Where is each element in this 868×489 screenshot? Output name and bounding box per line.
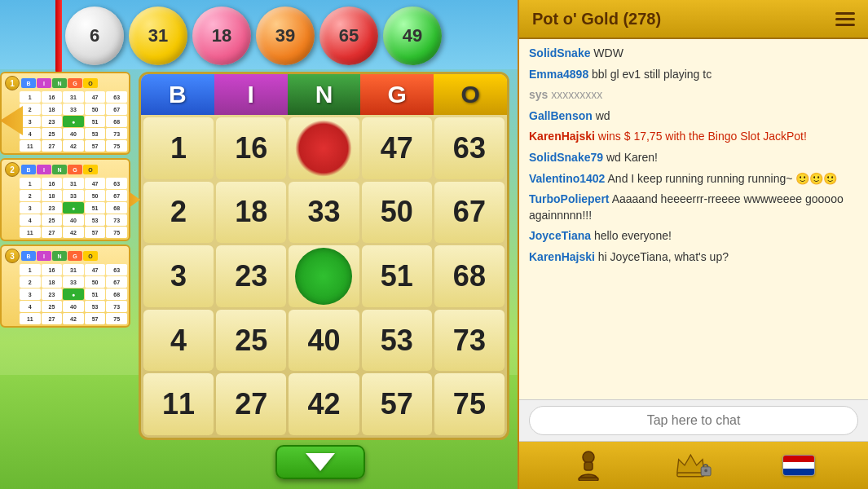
mini-grid-3: 116314763 218335067 323●5168 425405373 1… xyxy=(20,264,127,324)
crown-lock-icon xyxy=(676,451,712,480)
bingo-cell-5-4: 57 xyxy=(362,373,432,435)
bingo-cell-4-3: 40 xyxy=(289,310,359,372)
message-karenhajski-reply: KarenHajski hi JoyceTiana, what's up? xyxy=(529,249,858,266)
bingo-cell-2-3: 33 xyxy=(289,182,359,244)
bingo-header-g: G xyxy=(360,74,434,115)
message-valentino1402: Valentino1402 And I keep running running… xyxy=(529,171,858,187)
bingo-cell-4-5: 73 xyxy=(434,310,504,372)
bingo-cell-2-5: 67 xyxy=(434,182,504,244)
bingo-cell-1-5: 63 xyxy=(434,117,504,179)
bingo-cell-5-1: 11 xyxy=(143,373,214,435)
chat-title: Pot o' Gold (278) xyxy=(532,10,661,29)
mini-o: O xyxy=(83,78,98,88)
ball-6: 6 xyxy=(65,7,124,65)
bingo-cell-3-5: 68 xyxy=(434,245,504,307)
bingo-cell-4-1: 4 xyxy=(143,310,214,372)
bingo-cell-3-2: 23 xyxy=(216,245,286,307)
scroll-down-button[interactable] xyxy=(275,445,365,479)
menu-button[interactable] xyxy=(835,12,855,26)
flag-red-stripe xyxy=(783,456,814,462)
flag-blue-stripe xyxy=(783,469,814,475)
mini-grid-2: 116314763 218335067 323●5168 425405373 1… xyxy=(20,178,127,238)
bingo-header-o: O xyxy=(434,74,507,115)
pawn-button[interactable] xyxy=(571,447,606,483)
mini-card-1-num: 1 xyxy=(5,76,20,90)
bingo-cell-2-1: 2 xyxy=(143,182,214,244)
message-joycetiana: JoyceTiana hello everyone! xyxy=(529,228,858,244)
bingo-cell-4-4: 53 xyxy=(362,310,432,372)
bingo-cell-5-3: 42 xyxy=(289,373,359,435)
mini-n: N xyxy=(52,78,67,88)
message-sys: sys xxxxxxxxx xyxy=(529,87,858,104)
bingo-header-i: I xyxy=(214,74,288,115)
message-solidsnake79: SolidSnake79 wd Karen! xyxy=(529,150,858,166)
crown-lock-button[interactable] xyxy=(676,447,712,483)
svg-point-5 xyxy=(704,469,707,473)
bingo-header: B I N G O xyxy=(141,74,507,115)
ball-39: 39 xyxy=(256,7,315,65)
bingo-cell-5-2: 27 xyxy=(216,373,286,435)
bingo-cell-2-2: 18 xyxy=(216,182,286,244)
mini-card-3-num: 3 xyxy=(5,249,20,263)
bingo-cell-5-5: 75 xyxy=(434,373,504,435)
bingo-cell-3-4: 51 xyxy=(362,245,432,307)
red-indicator-bar xyxy=(55,0,62,73)
message-gallbenson: GallBenson wd xyxy=(529,108,858,125)
ball-31: 31 xyxy=(129,7,187,65)
message-karenhajski-win: KarenHajski wins $ 17,75 with the Bingo … xyxy=(529,129,858,145)
svg-rect-3 xyxy=(677,473,704,477)
bingo-cell-1-2: 16 xyxy=(216,117,286,179)
mini-card-2: 2 B I N G O 116314763 218335067 323●5168… xyxy=(0,158,130,241)
flag-button[interactable] xyxy=(781,447,817,483)
bottom-controls xyxy=(130,442,509,482)
message-solidsnake: SolidSnake WDW xyxy=(529,46,858,62)
balls-row: 6 31 18 39 65 49 xyxy=(65,7,509,65)
message-turbopoliepert: TurboPoliepert Aaaaand heeeerrr-rreeee w… xyxy=(529,192,858,223)
main-container: 6 31 18 39 65 49 1 B I N G O xyxy=(0,0,868,489)
down-arrow-icon xyxy=(306,453,335,471)
pawn-icon xyxy=(575,450,601,481)
bingo-cell-3-3 xyxy=(289,245,359,307)
chat-messages: SolidSnake WDW Emma4898 bbl gl ev1 still… xyxy=(519,39,868,399)
netherlands-flag xyxy=(782,455,815,476)
bingo-cell-1-4: 47 xyxy=(362,117,432,179)
ball-65: 65 xyxy=(319,7,378,65)
message-emma4898: Emma4898 bbl gl ev1 still playing tc xyxy=(529,67,858,83)
mini-b: B xyxy=(21,78,36,88)
game-area: 6 31 18 39 65 49 1 B I N G O xyxy=(0,0,518,489)
bingo-header-n: N xyxy=(288,74,361,115)
bingo-cell-4-2: 25 xyxy=(216,310,286,372)
mini-grid-1: 116314763 218335067 323●5168 425405373 1… xyxy=(20,91,127,152)
flag-white-stripe xyxy=(783,462,814,469)
mini-g: G xyxy=(68,78,82,88)
bingo-header-b: B xyxy=(141,74,214,115)
bingo-cell-1-1: 1 xyxy=(143,117,214,179)
svg-rect-1 xyxy=(584,462,593,470)
svg-point-0 xyxy=(583,452,594,463)
svg-rect-2 xyxy=(579,478,598,481)
chat-input-area[interactable] xyxy=(519,399,868,442)
bingo-cell-2-4: 50 xyxy=(362,182,432,244)
mini-card-2-num: 2 xyxy=(5,162,20,177)
chat-header: Pot o' Gold (278) xyxy=(519,0,868,39)
mini-i: I xyxy=(37,78,51,88)
chat-bottom-bar xyxy=(519,442,868,489)
bingo-cell-3-1: 3 xyxy=(143,245,214,307)
bingo-cell-1-3 xyxy=(289,117,359,179)
mini-card-3: 3 B I N G O 116314763 218335067 323●5168… xyxy=(0,244,130,328)
chat-input[interactable] xyxy=(529,406,858,435)
bingo-board: B I N G O 1 16 47 63 2 18 33 50 67 3 xyxy=(139,72,509,440)
bingo-grid: 1 16 47 63 2 18 33 50 67 3 23 51 68 4 25 xyxy=(141,115,507,438)
chat-panel: Pot o' Gold (278) SolidSnake WDW Emma489… xyxy=(518,0,868,489)
ball-49: 49 xyxy=(383,7,442,65)
ball-18: 18 xyxy=(192,7,251,65)
